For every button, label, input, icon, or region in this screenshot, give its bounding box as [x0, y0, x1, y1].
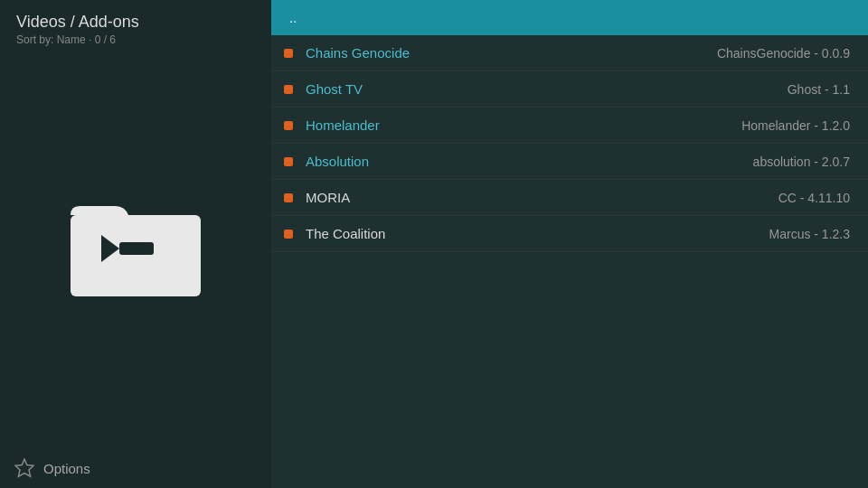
back-label: .. — [289, 10, 297, 25]
page-title: Videos / Add-ons — [16, 13, 255, 32]
list-item-dot — [284, 49, 293, 58]
header: Videos / Add-ons Sort by: Name · 0 / 6 — [0, 0, 271, 50]
sidebar — [0, 0, 271, 488]
item-name: Ghost TV — [306, 81, 788, 97]
list-item[interactable]: Chains GenocideChainsGenocide - 0.0.9 — [271, 35, 868, 71]
item-name: MORIA — [306, 190, 778, 205]
list-item-dot — [284, 121, 293, 130]
list-item-dot — [284, 193, 293, 202]
svg-rect-1 — [119, 242, 154, 255]
item-version: CC - 4.11.10 — [778, 191, 850, 205]
list-item-dot — [284, 230, 293, 239]
folder-back-icon — [63, 181, 208, 307]
sort-info: Sort by: Name · 0 / 6 — [16, 33, 255, 46]
options-icon — [14, 458, 34, 478]
options-label: Options — [43, 461, 90, 476]
svg-rect-0 — [71, 215, 201, 296]
item-version: Ghost - 1.1 — [788, 82, 850, 97]
svg-marker-3 — [15, 459, 33, 476]
item-version: ChainsGenocide - 0.0.9 — [717, 46, 850, 61]
item-name: Chains Genocide — [306, 45, 717, 61]
item-version: Homelander - 1.2.0 — [741, 118, 850, 133]
content-area: .. Chains GenocideChainsGenocide - 0.0.9… — [271, 0, 868, 488]
list-item[interactable]: The CoalitionMarcus - 1.2.3 — [271, 216, 868, 252]
item-name: Absolution — [306, 154, 753, 169]
list-item[interactable]: HomelanderHomelander - 1.2.0 — [271, 108, 868, 144]
item-version: Marcus - 1.2.3 — [769, 227, 850, 241]
item-name: Homelander — [306, 117, 741, 133]
list-item[interactable]: Ghost TVGhost - 1.1 — [271, 71, 868, 108]
list-item[interactable]: Absolutionabsolution - 2.0.7 — [271, 144, 868, 180]
list-item-dot — [284, 85, 293, 94]
addon-list: .. Chains GenocideChainsGenocide - 0.0.9… — [271, 0, 868, 252]
list-item-dot — [284, 157, 293, 166]
options-bar[interactable]: Options — [0, 448, 271, 488]
item-version: absolution - 2.0.7 — [753, 155, 850, 169]
item-name: The Coalition — [306, 226, 769, 241]
back-item[interactable]: .. — [271, 0, 868, 35]
list-item[interactable]: MORIACC - 4.11.10 — [271, 180, 868, 216]
